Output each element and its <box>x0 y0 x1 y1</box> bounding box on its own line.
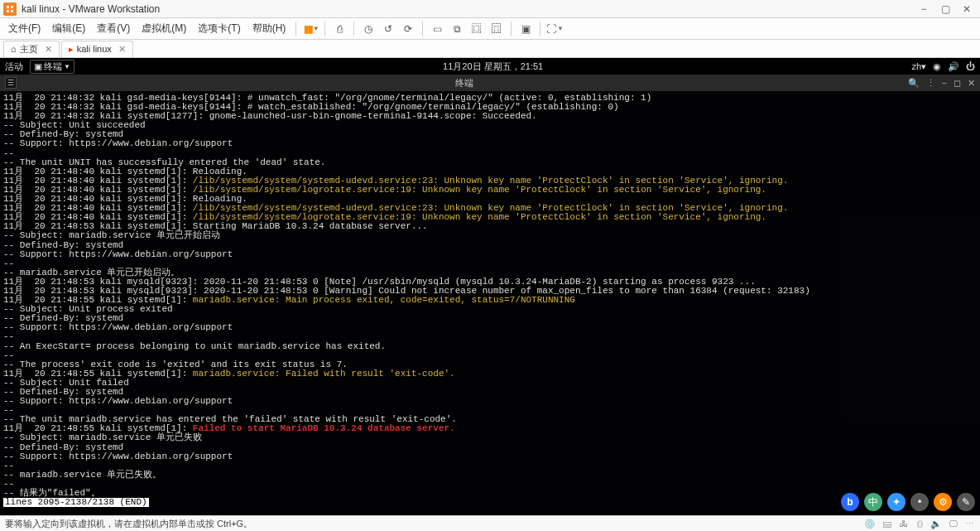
tray-icon-3[interactable]: ⚙ <box>934 493 952 511</box>
toolbar-view1-icon[interactable]: ⿴ <box>469 22 484 36</box>
toolbar-unity-icon[interactable]: ⧉ <box>449 22 464 36</box>
kali-topbar-app-button[interactable]: ▣ 终端 ▼ <box>30 60 74 74</box>
kali-activities[interactable]: 活动 <box>5 60 23 73</box>
kali-topbar: 活动 ▣ 终端 ▼ 11月20日 星期五，21:51 zh▾ ◉ 🔊 ⏻ <box>0 58 980 75</box>
record-icon[interactable]: ◉ <box>933 61 941 72</box>
vmware-titlebar: kali linux - VMware Workstation − ▢ ✕ <box>0 0 980 18</box>
toolbar-manage-icon[interactable]: ⟳ <box>401 22 416 36</box>
kali-lang-indicator[interactable]: zh▾ <box>911 61 926 72</box>
terminal-icon: ▣ <box>34 61 42 72</box>
toolbar-send-cad-icon[interactable]: ⎙ <box>332 22 347 36</box>
power-icon[interactable]: ⏻ <box>966 61 975 71</box>
device-hdd-icon[interactable]: 🖴 <box>881 518 892 529</box>
menu-tabs[interactable]: 选项卡(T) <box>193 20 245 37</box>
kali-window-title: 终端 <box>22 77 908 89</box>
vmware-minimize-button[interactable]: − <box>914 2 934 17</box>
device-display-icon[interactable]: 🖵 <box>947 518 958 529</box>
kali-close-button[interactable]: ✕ <box>968 78 975 89</box>
tray-icon-2[interactable]: • <box>910 493 929 511</box>
vmware-statusbar: 要将输入定向到该虚拟机，请在虚拟机内部单击或按 Ctrl+G。 💿 🖴 🖧 ⎙ … <box>0 515 980 531</box>
device-usb-icon[interactable]: ⎙ <box>914 518 925 529</box>
volume-icon[interactable]: 🔊 <box>948 61 959 72</box>
menu-icon[interactable]: ⋮ <box>926 78 935 89</box>
menu-help[interactable]: 帮助(H) <box>247 20 291 37</box>
search-icon[interactable]: 🔍 <box>908 78 920 89</box>
toolbar-library-icon[interactable]: ▣ <box>518 22 533 36</box>
svg-rect-3 <box>11 10 13 12</box>
svg-rect-1 <box>11 6 13 8</box>
tab-label: 主页 <box>20 43 38 56</box>
vmware-window-title: kali linux - VMware Workstation <box>22 3 914 15</box>
terminal-window-icon[interactable]: ☰ <box>5 77 17 89</box>
vm-icon: ▸ <box>69 44 74 55</box>
toolbar-fullscreen-icon[interactable]: ▭ <box>430 22 444 36</box>
svg-rect-2 <box>7 10 9 12</box>
tab-label: kali linux <box>77 44 112 54</box>
vmware-close-button[interactable]: ✕ <box>957 2 977 17</box>
menu-file[interactable]: 文件(F) <box>3 20 46 37</box>
toolbar-snapshot-icon[interactable]: ◷ <box>361 22 376 36</box>
chevron-down-icon: ▼ <box>64 63 70 70</box>
vmware-maximize-button[interactable]: ▢ <box>935 2 955 17</box>
toolbar-view2-icon[interactable]: ⿵ <box>489 22 504 36</box>
tab-home[interactable]: ⌂ 主页 ✕ <box>3 41 60 57</box>
device-sound-icon[interactable]: 🔈 <box>930 518 942 529</box>
toolbar-pause-icon[interactable]: ▮▮▼ <box>303 22 318 36</box>
tab-close-icon[interactable]: ✕ <box>118 44 126 55</box>
terminal-output[interactable]: 11月 20 21:48:32 kali gsd-media-keys[9144… <box>0 91 980 515</box>
tab-close-icon[interactable]: ✕ <box>45 44 52 55</box>
device-more-icon[interactable]: ⋯ <box>963 518 975 529</box>
home-icon: ⌂ <box>11 44 17 54</box>
kali-minimize-button[interactable]: − <box>942 78 947 88</box>
svg-rect-0 <box>7 6 9 8</box>
tray-ime-icon[interactable]: 中 <box>864 493 882 511</box>
guest-display[interactable]: 活动 ▣ 终端 ▼ 11月20日 星期五，21:51 zh▾ ◉ 🔊 ⏻ ☰ 终… <box>0 58 980 515</box>
menu-edit[interactable]: 编辑(E) <box>47 20 90 37</box>
vmware-menubar: 文件(F) 编辑(E) 查看(V) 虚拟机(M) 选项卡(T) 帮助(H) ▮▮… <box>0 18 980 40</box>
tray-icon-1[interactable]: ✦ <box>887 493 906 511</box>
vmware-logo-icon <box>3 2 17 16</box>
kali-datetime[interactable]: 11月20日 星期五，21:51 <box>74 60 911 73</box>
tray-baidu-icon[interactable]: b <box>841 493 859 511</box>
device-disk-icon[interactable]: 💿 <box>864 518 876 529</box>
vmware-tabs: ⌂ 主页 ✕ ▸ kali linux ✕ <box>0 40 980 58</box>
toolbar-stretch-icon[interactable]: ⛶▼ <box>547 22 562 36</box>
kali-maximize-button[interactable]: ◻ <box>954 78 961 89</box>
host-tray: b 中 ✦ • ⚙ ✎ <box>841 493 975 511</box>
menu-vm[interactable]: 虚拟机(M) <box>137 20 191 37</box>
tab-kali-linux[interactable]: ▸ kali linux ✕ <box>61 41 133 57</box>
status-hint: 要将输入定向到该虚拟机，请在虚拟机内部单击或按 Ctrl+G。 <box>5 518 252 530</box>
kali-window-titlebar: ☰ 终端 🔍 ⋮ − ◻ ✕ <box>0 75 980 91</box>
device-network-icon[interactable]: 🖧 <box>897 518 909 529</box>
toolbar-revert-icon[interactable]: ↺ <box>381 22 396 36</box>
menu-view[interactable]: 查看(V) <box>92 20 135 37</box>
tray-icon-4[interactable]: ✎ <box>957 493 975 511</box>
